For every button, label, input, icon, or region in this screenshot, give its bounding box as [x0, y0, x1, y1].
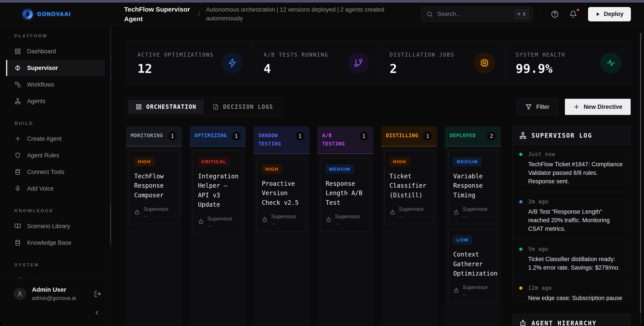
bot-icon	[262, 217, 268, 223]
sidebar-item-label: Connect Tools	[27, 169, 64, 176]
cpu-icon	[480, 58, 489, 68]
log-entry: Just now TechFlow Ticket #1847: Complian…	[513, 145, 630, 192]
notifications-button[interactable]	[567, 8, 579, 20]
tab-orchestration[interactable]: ORCHESTRATION	[128, 100, 204, 114]
sidebar-item-agent-rules[interactable]: Agent Rules	[6, 147, 105, 164]
sidebar-item-add-voice[interactable]: Add Voice	[6, 180, 105, 197]
log-timestamp: Just now	[528, 151, 555, 157]
sidebar-item-dashboard[interactable]: Dashboard	[6, 43, 105, 60]
help-button[interactable]	[549, 8, 561, 20]
user-email: admin@gonova.ai	[32, 295, 76, 301]
column-body: HIGH Proactive Version Check v2.5 Superv…	[254, 154, 310, 326]
log-message: Ticket Classifier distillation ready: 1.…	[528, 255, 624, 272]
stat-system-health: SYSTEM HEALTH 99.9%	[504, 41, 630, 85]
priority-badge: MEDIUM	[453, 157, 482, 166]
sidebar-item-label: Supervisor	[27, 65, 58, 72]
sidebar-item-scenario-library[interactable]: Scenario Library	[6, 218, 105, 234]
funnel-icon	[525, 104, 532, 110]
card-title: Variable Response Timing	[453, 172, 492, 200]
header-main: TechFlow Supervisor Agent / Autonomous o…	[112, 2, 644, 26]
grid-icon	[14, 48, 21, 54]
toolbar-actions: Filter New Directive	[517, 99, 631, 115]
search-input[interactable]	[437, 11, 510, 18]
page-scrollbar[interactable]	[640, 33, 641, 324]
column-optimizing: OPTIMIZING 1 CRITICAL Integration Helper…	[190, 126, 246, 326]
task-card[interactable]: MEDIUM Variable Response Timing Supervis…	[448, 151, 498, 224]
user-card[interactable]: Admin User admin@gonova.ai	[14, 286, 103, 301]
database-icon	[14, 240, 21, 246]
status-dot	[519, 248, 522, 251]
column-header: DISTILLING 1	[381, 126, 437, 146]
card-agent: Supervisor ...	[390, 206, 429, 218]
column-header: MONITORING 1	[126, 126, 182, 146]
sidebar-item-label: Dashboard	[27, 48, 56, 55]
panel-title: AGENT HIERARCHY	[532, 320, 596, 326]
file-text-icon	[213, 104, 219, 110]
page-subtitle: Autonomous orchestration | 12 versions d…	[206, 6, 398, 22]
bell-icon	[569, 10, 577, 18]
column-count-badge: 1	[296, 132, 305, 141]
workflow-icon	[14, 81, 21, 88]
section-label: PLATFORM	[0, 33, 112, 38]
collapse-row	[14, 308, 103, 318]
log-timestamp: 2m ago	[528, 198, 548, 205]
column-header: SHADOW TESTING 1	[254, 126, 310, 154]
stats-row: ACTIVE OPTIMIZATIONS 12 A/B TESTS RUNNIN…	[126, 41, 631, 85]
sidebar-item-supervisor[interactable]: Supervisor	[6, 60, 105, 76]
column-monitoring: MONITORING 1 HIGH TechFlow Response Comp…	[126, 126, 182, 326]
title-separator: /	[198, 10, 200, 18]
deploy-button[interactable]: Deploy	[588, 7, 631, 22]
bot-icon	[453, 288, 459, 294]
sidebar-item-agents[interactable]: Agents	[6, 93, 105, 109]
new-directive-button[interactable]: New Directive	[565, 99, 631, 115]
sidebar-section-build: BUILD Create Agent Agent Rules Connect T…	[0, 120, 112, 197]
sidebar-scrollbar-thumb[interactable]	[110, 205, 111, 242]
log-entry: 2m ago A/B Test "Response Length" reache…	[513, 192, 630, 239]
task-card[interactable]: HIGH Proactive Version Check v2.5 Superv…	[257, 158, 306, 232]
plus-icon	[14, 136, 21, 142]
sidebar-item-knowledge-base[interactable]: Knowledge Base	[6, 235, 105, 251]
task-card[interactable]: HIGH Ticket Classifier (Distill) Supervi…	[384, 151, 434, 224]
sidebar-item-create-agent[interactable]: Create Agent	[6, 131, 105, 147]
sidebar-collapse-button[interactable]	[92, 308, 102, 318]
panel-title: SUPERVISOR LOG	[532, 132, 592, 139]
sidebar-item-label: Scenario Library	[27, 223, 70, 230]
task-card[interactable]: CRITICAL Integration Helper – API v3 Upd…	[193, 151, 242, 234]
sidebar-section-knowledge: KNOWLEDGE Scenario Library Knowledge Bas…	[0, 208, 112, 251]
column-shadow-testing: SHADOW TESTING 1 HIGH Proactive Version …	[254, 126, 310, 326]
tab-decision-logs[interactable]: DECISION LOGS	[205, 100, 281, 114]
supervisor-log-header: SUPERVISOR LOG	[513, 126, 630, 145]
stat-icon-bubble	[600, 52, 621, 74]
column-body: HIGH TechFlow Response Composer Supervis…	[126, 146, 182, 326]
priority-badge: HIGH	[134, 157, 154, 166]
page-scrollbar-thumb[interactable]	[640, 33, 641, 313]
priority-badge: CRITICAL	[198, 157, 230, 166]
column-title: DISTILLING	[386, 132, 420, 140]
log-timestamp: 5m ago	[528, 246, 548, 252]
search-box[interactable]: ⌘ K	[421, 6, 533, 22]
app-window: GONOVAAI TechFlow Supervisor Agent / Aut…	[0, 0, 644, 326]
task-card[interactable]: LOW Context Gatherer Optimization Superv…	[448, 229, 498, 302]
column-title: OPTIMIZING	[194, 132, 229, 140]
brand[interactable]: GONOVAAI	[0, 2, 112, 26]
sidebar-item-workflows[interactable]: Workflows	[6, 76, 105, 93]
logout-button[interactable]	[92, 289, 103, 299]
log-meta: 2m ago	[519, 198, 624, 205]
bot-icon	[326, 217, 332, 223]
board-toolbar: ORCHESTRATION DECISION LOGS Filter New D…	[126, 98, 631, 116]
card-agent: Supervisor ...	[198, 216, 237, 228]
task-card[interactable]: MEDIUM Response Length A/B Test Supervis…	[320, 158, 370, 232]
brain-icon	[14, 65, 21, 71]
card-title: TechFlow Response Composer	[134, 172, 174, 200]
section-label: SYSTEM	[0, 262, 112, 268]
filter-button[interactable]: Filter	[517, 99, 558, 115]
status-dot	[519, 286, 522, 290]
task-card[interactable]: HIGH TechFlow Response Composer Supervis…	[129, 151, 178, 224]
sidebar-scrollbar[interactable]	[110, 28, 111, 246]
bot-icon	[519, 320, 527, 326]
sidebar-item-connect-tools[interactable]: Connect Tools	[6, 164, 105, 180]
column-count-badge: 1	[359, 132, 368, 141]
stat-icon-bubble	[222, 52, 243, 74]
card-title: Context Gatherer Optimization	[453, 250, 492, 278]
log-message: A/B Test "Response Length" reached 20% t…	[528, 208, 624, 233]
